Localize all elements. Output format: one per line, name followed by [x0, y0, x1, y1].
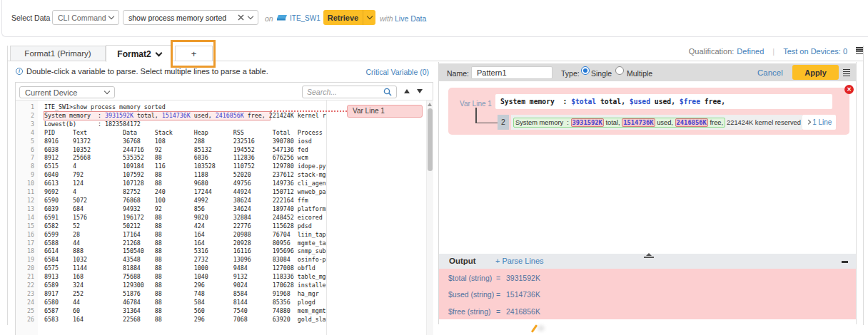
- pencil-cursor-shadow: [538, 325, 545, 331]
- source-type-select[interactable]: CLI Command: [52, 10, 119, 25]
- device-filter-select[interactable]: Current Device: [19, 86, 115, 98]
- collapse-handle-icon[interactable]: [644, 253, 654, 258]
- device-name-link[interactable]: ITE_SW1: [290, 14, 321, 22]
- right-panel-border: [856, 62, 857, 324]
- multiple-label: Multiple: [627, 69, 652, 78]
- line-numbers: 1 2 3 4 5 6 7 8 9 10 11 12 13 14 15 16 1…: [16, 103, 34, 324]
- search-placeholder: Search...: [307, 88, 337, 96]
- with-label: with: [380, 14, 393, 23]
- live-data-link[interactable]: Live Data: [395, 14, 426, 23]
- output-var-value: 3931592K: [506, 274, 540, 282]
- critical-variable-link[interactable]: Critical Variable (0): [300, 68, 429, 76]
- output-title: Output: [449, 257, 476, 265]
- annotation-highlight-box: [171, 40, 216, 68]
- equals-sign: =: [496, 274, 500, 282]
- tab-format2-label: Format2: [117, 49, 151, 59]
- tab-format1[interactable]: Format1 (Primary): [10, 46, 106, 61]
- on-label: on: [265, 14, 273, 23]
- pattern-connector-vertical: [475, 108, 477, 123]
- chevron-down-icon: [104, 88, 110, 94]
- code-clip-border: [326, 100, 327, 335]
- output-variable-row: $total (string)=3931592K: [439, 269, 856, 286]
- single-label: Single: [591, 69, 612, 78]
- select-data-label: Select Data: [11, 14, 50, 22]
- pattern-name-input[interactable]: Pattern1: [471, 66, 552, 79]
- retrieve-dropdown-button[interactable]: [363, 10, 375, 25]
- menu-icon[interactable]: [856, 47, 863, 56]
- test-on-devices-link[interactable]: Test on Devices: 0: [783, 47, 847, 56]
- output-variable-row: $free (string)=2416856K: [439, 302, 856, 319]
- tabbar-right-tools: Qualification: Defined | Test on Devices…: [689, 47, 863, 56]
- search-icon: [383, 88, 392, 96]
- equals-sign: =: [496, 290, 500, 299]
- pattern-menu-icon[interactable]: [843, 69, 850, 78]
- pencil-cursor-artifact: [531, 324, 538, 333]
- chevron-down-icon: [108, 14, 114, 19]
- container-right-border: [863, 46, 864, 325]
- output-var-name: $total (string): [448, 274, 492, 282]
- tab-format1-label: Format1 (Primary): [24, 49, 91, 58]
- qualification-label: Qualification:: [689, 47, 735, 56]
- radio-single[interactable]: [581, 66, 590, 75]
- minimize-icon[interactable]: [842, 261, 848, 263]
- chevron-down-icon[interactable]: [248, 14, 253, 19]
- divider: |: [772, 47, 774, 56]
- matched-line-tail: 221424K kernel reserved: [725, 119, 801, 126]
- equals-sign: =: [496, 307, 500, 316]
- qualification-value-link[interactable]: Defined: [737, 47, 764, 56]
- radio-multiple[interactable]: [615, 66, 624, 75]
- output-var-name: $free (string): [448, 307, 491, 316]
- cancel-button[interactable]: Cancel: [757, 68, 783, 77]
- scrollbar-up-icon[interactable]: [428, 103, 432, 106]
- output-variables-list: $total (string)=3931592K$used (string)=1…: [439, 269, 856, 320]
- chevron-down-icon: [155, 49, 162, 56]
- info-icon: i: [16, 68, 23, 75]
- container-left-border: [7, 46, 8, 325]
- collapse-bar: [644, 257, 654, 258]
- output-var-value: 1514736K: [506, 290, 540, 299]
- code-top-border: [16, 100, 433, 100]
- matched-line-box: System memory : 3931592K total, 1514736K…: [511, 115, 802, 130]
- apply-button[interactable]: Apply: [792, 65, 839, 80]
- var-line-label: Var Line 1: [460, 100, 492, 108]
- clear-icon[interactable]: [238, 14, 244, 21]
- type-label: Type:: [561, 69, 580, 78]
- source-type-value: CLI Command: [58, 14, 106, 22]
- device-filter-value: Current Device: [25, 88, 77, 97]
- pattern-text-input[interactable]: System memory : $total total, $used used…: [495, 94, 832, 109]
- command-input[interactable]: show process memory sorted: [123, 10, 258, 25]
- info-text: Double-click a variable to parse. Select…: [26, 67, 268, 76]
- search-next-button[interactable]: [417, 89, 423, 93]
- page: Select Data CLI Command show process mem…: [0, 0, 868, 335]
- pattern-connector-horizontal: [475, 123, 498, 124]
- search-prev-button[interactable]: [404, 89, 410, 93]
- output-variable-row: $used (string)=1514736K: [439, 285, 856, 302]
- match-count-button[interactable]: 1 Line: [802, 115, 836, 130]
- device-output-code[interactable]: ITE_SW1>show process memory sorted Syste…: [44, 103, 326, 335]
- chevron-right-icon: [806, 120, 810, 124]
- close-icon[interactable]: ✕: [844, 85, 854, 94]
- search-input[interactable]: Search...: [302, 86, 397, 98]
- command-value: show process memory sorted: [128, 14, 226, 22]
- output-var-value: 2416856K: [506, 307, 540, 316]
- matched-pattern-span: System memory : 3931592K total, 1514736K…: [513, 118, 725, 128]
- device-icon: [276, 14, 288, 21]
- match-count-label: 1 Line: [812, 118, 832, 126]
- var-line-tag[interactable]: Var Line 1: [347, 105, 423, 118]
- retrieve-button[interactable]: Retrieve: [323, 10, 363, 25]
- tab-format2[interactable]: Format2: [106, 45, 173, 62]
- code-scrollbar-thumb[interactable]: [428, 108, 433, 171]
- collapse-triangle: [646, 253, 652, 256]
- match-line-number: 2: [498, 115, 509, 130]
- output-var-name: $used (string): [448, 290, 494, 299]
- retrieve-split-button[interactable]: Retrieve: [323, 10, 375, 25]
- var-line-connector: [271, 110, 347, 112]
- name-label: Name:: [447, 69, 469, 78]
- parse-lines-link[interactable]: + Parse Lines: [495, 257, 544, 265]
- chevron-down-icon: [366, 14, 372, 19]
